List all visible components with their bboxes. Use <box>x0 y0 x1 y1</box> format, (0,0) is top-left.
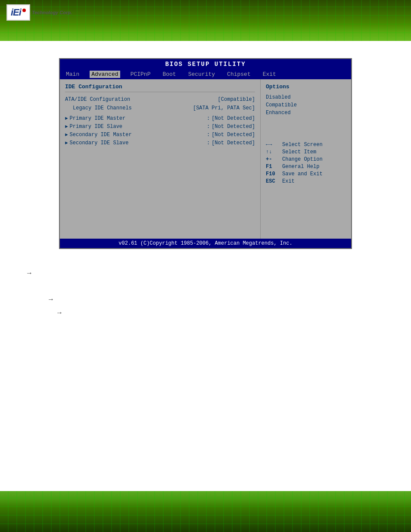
key-desc-2: Change Option <box>282 156 323 162</box>
submenu-label-0: Primary IDE Master <box>70 115 205 121</box>
submenu-value-1: [Not Detected] <box>212 124 255 130</box>
bios-menu-exit[interactable]: Exit <box>261 71 278 78</box>
submenu-label-3: Secondary IDE Slave <box>70 140 205 146</box>
arrow-icon-2: → <box>47 296 54 303</box>
bios-option-0[interactable]: Disabled <box>266 94 346 100</box>
submenu-value-3: [Not Detected] <box>212 140 255 146</box>
config-value-1: [SATA Pri, PATA Sec] <box>193 105 255 111</box>
key-desc-3: General Help <box>282 164 319 170</box>
bios-menu-security[interactable]: Security <box>187 71 217 78</box>
bios-menu-main[interactable]: Main <box>64 71 81 78</box>
key-row-0: ←→ Select Screen <box>266 142 346 148</box>
logo-box: iEi <box>6 4 30 21</box>
logo-area: iEi Technology Corp. <box>6 4 72 21</box>
bios-menu-pcipnp[interactable]: PCIPnP <box>129 71 153 78</box>
config-value-0: [Compatible] <box>218 96 255 103</box>
bios-section-title: IDE Configuration <box>65 84 255 92</box>
bios-footer-text: v02.61 (C)Copyright 1985-2006, American … <box>118 240 292 246</box>
text-para-3: → <box>26 308 385 317</box>
key-3: F1 <box>266 164 280 170</box>
submenu-colon-2: : <box>207 132 210 138</box>
bios-right-panel: Options Disabled Compatible Enhanced ←→ … <box>261 79 351 239</box>
key-row-5: ESC Exit <box>266 178 346 184</box>
submenu-label-2: Secondary IDE Master <box>70 132 205 138</box>
bios-options-title: Options <box>266 84 346 90</box>
submenu-colon-0: : <box>207 115 210 121</box>
submenu-value-2: [Not Detected] <box>212 132 255 138</box>
top-banner: iEi Technology Corp. <box>0 0 411 41</box>
config-label-1: Legacy IDE Channels <box>73 105 132 111</box>
key-row-1: ↑↓ Select Item <box>266 149 346 155</box>
key-desc-4: Save and Exit <box>282 171 323 177</box>
submenu-row-0[interactable]: ► Primary IDE Master : [Not Detected] <box>65 115 255 121</box>
bios-keybindings: ←→ Select Screen ↑↓ Select Item +- Chang… <box>266 142 346 184</box>
bios-option-2[interactable]: Enhanced <box>266 110 346 116</box>
config-row-0: ATA/IDE Configuration [Compatible] <box>65 96 255 103</box>
submenu-colon-3: : <box>207 140 210 146</box>
bios-body: IDE Configuration ATA/IDE Configuration … <box>60 79 351 239</box>
bottom-banner <box>0 491 411 532</box>
key-desc-1: Select Item <box>282 149 316 155</box>
key-2: +- <box>266 156 280 162</box>
bios-title-text: BIOS SETUP UTILITY <box>165 61 246 68</box>
text-para-2: → <box>26 295 385 303</box>
submenu-row-3[interactable]: ► Secondary IDE Slave : [Not Detected] <box>65 140 255 146</box>
bios-left-panel: IDE Configuration ATA/IDE Configuration … <box>60 79 261 239</box>
submenu-colon-1: : <box>207 124 210 130</box>
bios-submenu-rows: ► Primary IDE Master : [Not Detected] ► … <box>65 115 255 146</box>
arrow-icon-3: → <box>56 309 63 317</box>
key-desc-0: Select Screen <box>282 142 323 148</box>
submenu-label-1: Primary IDE Slave <box>70 124 205 130</box>
submenu-arrow-2: ► <box>65 132 68 137</box>
submenu-row-1[interactable]: ► Primary IDE Slave : [Not Detected] <box>65 124 255 130</box>
submenu-arrow-0: ► <box>65 116 68 121</box>
submenu-arrow-3: ► <box>65 140 68 146</box>
key-4: F10 <box>266 171 280 177</box>
bios-footer: v02.61 (C)Copyright 1985-2006, American … <box>60 239 351 248</box>
bios-title-bar: BIOS SETUP UTILITY <box>60 59 351 69</box>
key-5: ESC <box>266 178 280 184</box>
arrow-icon-1: → <box>26 269 33 277</box>
logo-iei-text: iEi <box>11 7 21 18</box>
logo-tech-text: Technology Corp. <box>32 10 72 15</box>
bios-option-1[interactable]: Compatible <box>266 102 346 108</box>
bios-menu-advanced[interactable]: Advanced <box>90 71 120 78</box>
text-para-1: → <box>26 269 385 277</box>
bios-menu-boot[interactable]: Boot <box>161 71 177 78</box>
key-row-2: +- Change Option <box>266 156 346 162</box>
config-row-1: Legacy IDE Channels [SATA Pri, PATA Sec] <box>65 105 255 111</box>
submenu-row-2[interactable]: ► Secondary IDE Master : [Not Detected] <box>65 132 255 138</box>
submenu-arrow-1: ► <box>65 124 68 129</box>
bios-screen: BIOS SETUP UTILITY Main Advanced PCIPnP … <box>59 58 352 249</box>
config-label-0: ATA/IDE Configuration <box>65 96 130 103</box>
main-content: BIOS SETUP UTILITY Main Advanced PCIPnP … <box>0 41 411 339</box>
bios-menu-bar: Main Advanced PCIPnP Boot Security Chips… <box>60 69 351 79</box>
key-desc-5: Exit <box>282 178 295 184</box>
key-row-3: F1 General Help <box>266 164 346 170</box>
key-0: ←→ <box>266 142 280 148</box>
submenu-value-0: [Not Detected] <box>212 115 255 121</box>
key-1: ↑↓ <box>266 149 280 155</box>
bios-menu-chipset[interactable]: Chipset <box>225 71 252 78</box>
logo-dot <box>22 9 26 12</box>
key-row-4: F10 Save and Exit <box>266 171 346 177</box>
text-content-area: → → → <box>0 258 411 330</box>
